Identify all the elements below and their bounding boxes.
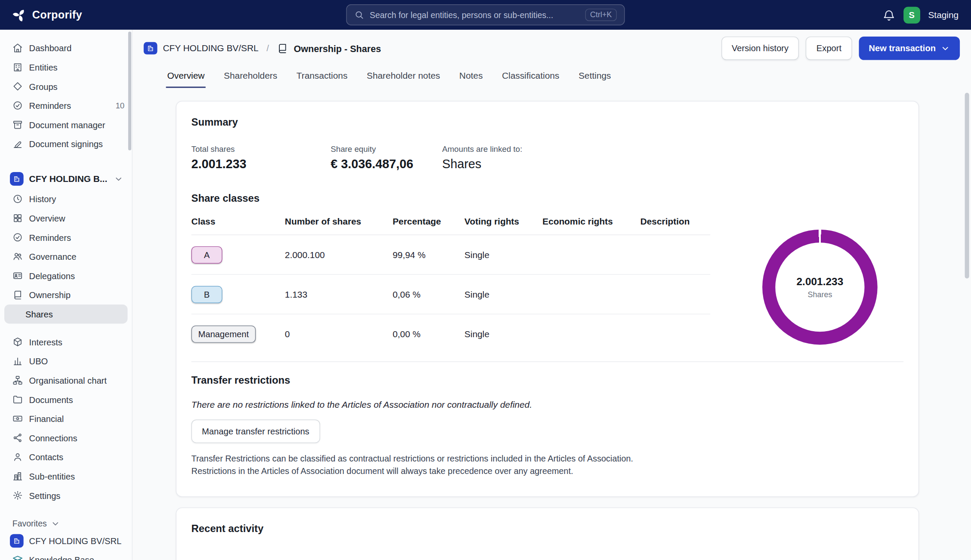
overview-icon: [12, 213, 23, 223]
table-row[interactable]: A 2.000.100 99,94 % Single: [192, 235, 711, 275]
tab-overview[interactable]: Overview: [166, 68, 206, 88]
entity-icon: [10, 172, 24, 186]
entities-icon: [12, 62, 23, 72]
tab-settings[interactable]: Settings: [577, 68, 612, 88]
sidebar-entity-switcher[interactable]: CFY HOLDING B...: [0, 168, 132, 189]
sidebar-item-label: Delegations: [29, 271, 75, 280]
interests-icon: [12, 337, 23, 347]
sidebar-item-reminders[interactable]: Reminders 10: [0, 96, 132, 115]
reminders-count-badge: 10: [115, 101, 124, 111]
sidebar-item-entities[interactable]: Entities: [0, 58, 132, 77]
sidebar-item-label: Contacts: [29, 452, 63, 462]
sidebar-item-label: UBO: [29, 356, 48, 366]
tab-bar: Overview Shareholders Transactions Share…: [166, 68, 971, 88]
groups-icon: [12, 81, 23, 91]
sidebar-item-overview[interactable]: Overview: [0, 209, 132, 228]
tab-classifications[interactable]: Classifications: [501, 68, 560, 88]
version-history-button[interactable]: Version history: [721, 37, 799, 60]
new-transaction-button[interactable]: New transaction: [859, 37, 960, 60]
sidebar-item-interests[interactable]: Interests: [0, 332, 132, 352]
notifications-bell-icon[interactable]: [882, 8, 895, 21]
class-b-badge: B: [192, 286, 223, 303]
global-search-input[interactable]: Search for legal entities, persons or su…: [346, 4, 625, 25]
environment-label: Staging: [928, 10, 959, 20]
share-equity-value: € 3.036.487,06: [331, 157, 442, 171]
sidebar-item-organisational-chart[interactable]: Organisational chart: [0, 371, 132, 390]
sidebar-item-settings[interactable]: Settings: [0, 486, 132, 505]
sidebar-scrollbar-thumb[interactable]: [128, 31, 131, 150]
sidebar-item-label: Settings: [29, 490, 61, 500]
sidebar-favorites-toggle[interactable]: Favorites: [0, 516, 132, 531]
user-avatar[interactable]: S: [903, 6, 920, 23]
governance-icon: [12, 251, 23, 262]
sidebar-item-entity-reminders[interactable]: Reminders: [0, 228, 132, 247]
entity-name: CFY HOLDING B...: [29, 174, 108, 184]
ownership-summary-card: Summary Total shares 2.001.233 Share equ…: [176, 101, 919, 497]
sidebar-item-governance[interactable]: Governance: [0, 247, 132, 266]
sidebar-item-label: Groups: [29, 81, 58, 91]
donut-center-label: Shares: [807, 290, 832, 298]
transfer-restrictions-empty-notice: There are no restrictions linked to the …: [192, 400, 904, 409]
sidebar-item-financial[interactable]: Financial: [0, 409, 132, 428]
table-row[interactable]: Management 0 0,00 % Single: [192, 314, 711, 354]
sidebar-item-sub-entities[interactable]: Sub-entities: [0, 467, 132, 486]
stat-share-equity: Share equity € 3.036.487,06: [331, 144, 442, 171]
manage-transfer-restrictions-button[interactable]: Manage transfer restrictions: [192, 419, 320, 443]
sidebar-item-knowledge-base[interactable]: Knowledge Base: [0, 550, 132, 560]
corporify-logo-icon: [12, 8, 27, 22]
document-manager-icon: [12, 120, 23, 130]
sidebar-item-ownership[interactable]: Ownership: [0, 285, 132, 305]
sidebar-item-label: Entities: [29, 62, 58, 72]
total-shares-value: 2.001.233: [192, 157, 331, 171]
sidebar-item-dashboard[interactable]: Dashboard: [0, 38, 132, 58]
page-title: Ownership - Shares: [294, 43, 381, 53]
sidebar-favorite-entity[interactable]: CFY HOLDING BV/SRL: [0, 531, 132, 550]
main-scrollbar-thumb[interactable]: [965, 93, 969, 279]
sidebar-item-groups[interactable]: Groups: [0, 77, 132, 96]
ubo-icon: [12, 356, 23, 366]
tab-notes[interactable]: Notes: [458, 68, 484, 88]
share-classes-heading: Share classes: [192, 192, 904, 204]
share-classes-donut-chart: 2.001.233 Shares: [762, 230, 878, 345]
tab-shareholders[interactable]: Shareholders: [223, 68, 278, 88]
sub-entities-icon: [12, 471, 23, 481]
sidebar-item-document-signings[interactable]: Document signings: [0, 134, 132, 154]
sidebar-item-history[interactable]: History: [0, 189, 132, 209]
sidebar-item-shares[interactable]: Shares: [4, 305, 127, 324]
stat-total-shares: Total shares 2.001.233: [192, 144, 331, 171]
dashboard-icon: [12, 43, 23, 53]
export-button[interactable]: Export: [806, 37, 852, 60]
tab-transactions[interactable]: Transactions: [295, 68, 349, 88]
class-a-badge: A: [192, 246, 223, 263]
sidebar-item-documents[interactable]: Documents: [0, 390, 132, 409]
brand[interactable]: Corporify: [12, 8, 82, 22]
table-row[interactable]: B 1.133 0,06 % Single: [192, 275, 711, 314]
new-transaction-label: New transaction: [869, 43, 936, 53]
sidebar-item-label: Governance: [29, 252, 77, 262]
entity-icon: [10, 534, 24, 548]
section-divider: [192, 361, 904, 362]
entity-icon: [144, 42, 158, 55]
topbar: Corporify Search for legal entities, per…: [0, 0, 971, 30]
sidebar-item-label: Connections: [29, 433, 77, 443]
tab-shareholder-notes[interactable]: Shareholder notes: [365, 68, 441, 88]
sidebar-item-contacts[interactable]: Contacts: [0, 447, 132, 467]
sidebar-item-document-manager[interactable]: Document manager: [0, 115, 132, 135]
stat-amounts-linked: Amounts are linked to: Shares: [442, 144, 903, 171]
app-root: Corporify Search for legal entities, per…: [0, 0, 971, 560]
sidebar-item-ubo[interactable]: UBO: [0, 351, 132, 371]
chevron-down-icon: [114, 174, 124, 184]
donut-center-value: 2.001.233: [797, 276, 844, 288]
connections-icon: [12, 433, 23, 443]
class-management-badge: Management: [192, 326, 256, 343]
breadcrumb: CFY HOLDING BV/SRL / Ownership - Shares: [144, 42, 381, 55]
sidebar-item-delegations[interactable]: Delegations: [0, 266, 132, 286]
chevron-down-icon: [941, 43, 950, 53]
sidebar-item-connections[interactable]: Connections: [0, 428, 132, 448]
sidebar-item-label: Ownership: [29, 290, 71, 300]
contacts-icon: [12, 452, 23, 462]
sidebar-item-label: Financial: [29, 414, 64, 424]
breadcrumb-entity-link[interactable]: CFY HOLDING BV/SRL: [163, 43, 258, 53]
reminders-icon: [12, 232, 23, 243]
sidebar-item-label: Organisational chart: [29, 375, 107, 385]
